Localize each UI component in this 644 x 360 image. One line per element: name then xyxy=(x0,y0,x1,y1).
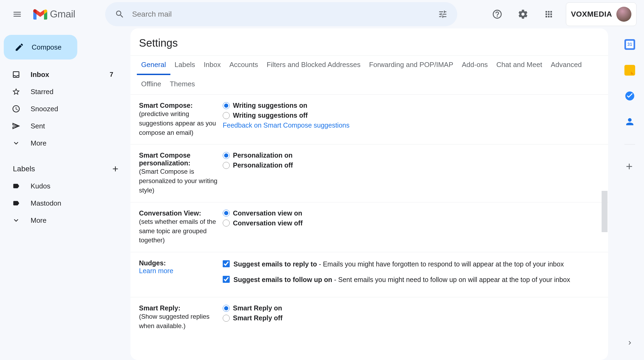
content: Settings General Labels Inbox Accounts F… xyxy=(130,28,644,360)
settings-body: Smart Compose: (predictive writing sugge… xyxy=(130,95,608,359)
smart-reply-on-radio[interactable] xyxy=(223,305,230,312)
tab-offline[interactable]: Offline xyxy=(137,75,166,94)
star-icon xyxy=(11,87,21,96)
support-button[interactable] xyxy=(489,6,506,23)
tab-chat[interactable]: Chat and Meet xyxy=(492,56,547,75)
personalization-on-radio[interactable] xyxy=(223,152,230,159)
setting-nudges: Nudges: Learn more Suggest emails to rep… xyxy=(130,252,608,297)
gmail-logo[interactable]: Gmail xyxy=(33,9,75,20)
clock-icon xyxy=(11,105,21,113)
avatar[interactable] xyxy=(616,7,631,22)
apps-button[interactable] xyxy=(540,6,557,23)
setting-smart-reply: Smart Reply: (Show suggested replies whe… xyxy=(130,297,608,338)
chevron-down-icon xyxy=(11,139,21,147)
search-options-button[interactable] xyxy=(435,6,451,22)
tab-general[interactable]: General xyxy=(137,56,170,75)
compose-label: Compose xyxy=(32,43,61,51)
sidebar-item-starred[interactable]: Starred xyxy=(0,83,124,100)
add-label-button[interactable] xyxy=(111,165,120,173)
tab-filters[interactable]: Filters and Blocked Addresses xyxy=(262,56,365,75)
account-brand[interactable]: VOXMEDIA xyxy=(566,2,636,26)
apps-grid-icon xyxy=(544,9,554,19)
search-bar[interactable] xyxy=(105,2,457,26)
conversation-on-radio[interactable] xyxy=(223,210,230,217)
plus-icon xyxy=(111,165,120,173)
sidebar-item-more[interactable]: More xyxy=(0,135,124,152)
tab-accounts[interactable]: Accounts xyxy=(225,56,262,75)
gear-icon xyxy=(518,9,528,20)
writing-suggestions-off-radio[interactable] xyxy=(223,112,230,119)
inbox-icon xyxy=(11,70,21,79)
tune-icon xyxy=(438,9,448,19)
plus-icon xyxy=(624,162,634,171)
inbox-count: 7 xyxy=(110,71,113,78)
tasks-addon[interactable] xyxy=(624,91,635,101)
main-menu-button[interactable] xyxy=(8,5,27,24)
label-icon xyxy=(11,199,21,207)
sidebar: Compose Inbox 7 Starred Snoozed Sent Mor… xyxy=(0,28,130,360)
label-item-kudos[interactable]: Kudos xyxy=(0,177,124,195)
settings-button[interactable] xyxy=(514,6,532,23)
main: Compose Inbox 7 Starred Snoozed Sent Mor… xyxy=(0,28,644,360)
compose-button[interactable]: Compose xyxy=(4,35,77,60)
settings-panel: Settings General Labels Inbox Accounts F… xyxy=(130,28,608,360)
collapse-side-panel-button[interactable] xyxy=(623,336,636,349)
setting-smart-compose: Smart Compose: (predictive writing sugge… xyxy=(130,95,608,144)
header-actions: VOXMEDIA xyxy=(489,2,636,26)
nudges-learn-more-link[interactable]: Learn more xyxy=(139,267,223,275)
hamburger-icon xyxy=(12,9,22,19)
chevron-right-icon xyxy=(626,339,634,347)
settings-tabs: General Labels Inbox Accounts Filters an… xyxy=(130,55,608,95)
tab-themes[interactable]: Themes xyxy=(166,75,199,94)
label-item-more[interactable]: More xyxy=(0,212,124,229)
get-addons-button[interactable] xyxy=(624,162,635,172)
brand-text: VOXMEDIA xyxy=(571,10,612,18)
smart-reply-off-radio[interactable] xyxy=(223,315,230,322)
chevron-down-icon xyxy=(11,216,21,225)
header: Gmail VOXMEDIA xyxy=(0,0,644,28)
sidebar-item-inbox[interactable]: Inbox 7 xyxy=(0,66,124,83)
tab-labels[interactable]: Labels xyxy=(170,56,200,75)
sidebar-item-snoozed[interactable]: Snoozed xyxy=(0,100,124,117)
search-icon[interactable] xyxy=(112,6,128,22)
writing-suggestions-on-radio[interactable] xyxy=(223,102,230,109)
label-item-mastodon[interactable]: Mastodon xyxy=(0,195,124,212)
pencil-icon xyxy=(14,42,24,52)
rail-divider xyxy=(624,144,635,144)
gmail-logo-text: Gmail xyxy=(50,9,75,20)
calendar-addon[interactable]: 31 xyxy=(624,39,635,50)
settings-title: Settings xyxy=(130,28,608,55)
tab-addons[interactable]: Add-ons xyxy=(458,56,492,75)
keep-addon[interactable] xyxy=(624,65,635,76)
tab-advanced[interactable]: Advanced xyxy=(546,56,586,75)
send-icon xyxy=(11,122,21,130)
contacts-addon[interactable] xyxy=(624,116,635,127)
setting-personalization: Smart Compose personalization: (Smart Co… xyxy=(130,144,608,202)
smart-compose-feedback-link[interactable]: Feedback on Smart Compose suggestions xyxy=(223,121,593,129)
label-icon xyxy=(11,182,21,190)
personalization-off-radio[interactable] xyxy=(223,162,230,169)
conversation-off-radio[interactable] xyxy=(223,220,230,227)
tab-inbox[interactable]: Inbox xyxy=(199,56,225,75)
labels-section: Labels Kudos Mastodon More xyxy=(0,165,130,229)
help-icon xyxy=(492,9,503,20)
nudge-followup-checkbox[interactable] xyxy=(223,276,230,283)
nudge-reply-checkbox[interactable] xyxy=(223,260,230,267)
tab-forwarding[interactable]: Forwarding and POP/IMAP xyxy=(365,56,458,75)
gmail-icon xyxy=(33,9,47,20)
labels-heading: Labels xyxy=(13,165,35,173)
scrollbar-thumb[interactable] xyxy=(602,191,608,232)
side-panel: 31 xyxy=(616,28,644,360)
setting-conversation-view: Conversation View: (sets whether emails … xyxy=(130,202,608,252)
search-input[interactable] xyxy=(132,10,435,18)
sidebar-item-sent[interactable]: Sent xyxy=(0,117,124,135)
